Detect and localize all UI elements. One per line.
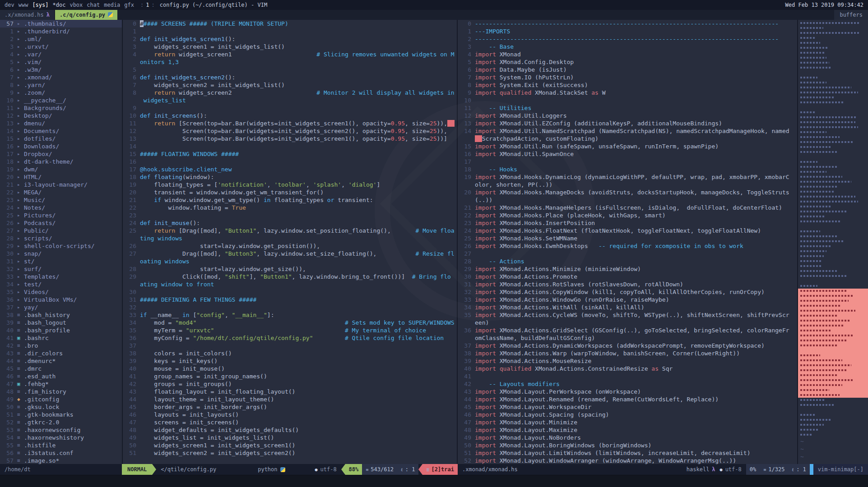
code-line[interactable]: widgets_list bbox=[123, 96, 457, 104]
code-line[interactable]: oating windows bbox=[123, 257, 457, 265]
minimap-row[interactable] bbox=[798, 353, 868, 358]
minimap-row[interactable] bbox=[798, 249, 868, 254]
minimap-row[interactable] bbox=[798, 100, 868, 105]
minimap-row[interactable] bbox=[798, 46, 868, 51]
minimap-row[interactable] bbox=[798, 36, 868, 41]
code-line[interactable]: 43import XMonad.Layout.PerWorkspace (onW… bbox=[458, 388, 797, 395]
code-line[interactable]: 12 Screen(top=bar.Bar(widgets=init_widge… bbox=[123, 127, 457, 135]
minimap-row[interactable] bbox=[798, 170, 868, 175]
minimap-row[interactable] bbox=[798, 403, 868, 408]
tree-entry[interactable]: 15▸dotfiles/ bbox=[0, 135, 122, 142]
minimap-row[interactable] bbox=[798, 110, 868, 115]
tree-entry[interactable]: 14▸Documents/ bbox=[0, 127, 122, 135]
code-line[interactable]: 48import XMonad.Layout.Maximize bbox=[458, 426, 797, 434]
code-line[interactable]: 3 widgets_screen1 = init_widgets_list() bbox=[123, 43, 457, 51]
code-line[interactable]: 49 widgets_list = init_widgets_list() bbox=[123, 434, 457, 441]
minimap-row[interactable] bbox=[798, 120, 868, 125]
tree-entry[interactable]: 34▸test/ bbox=[0, 280, 122, 288]
minimap-row[interactable] bbox=[798, 393, 868, 398]
code-line[interactable]: 45 border_args = init_border_args() bbox=[123, 403, 457, 411]
code-line[interactable]: 20import XMonad.Hooks.ManageDocks (avoid… bbox=[458, 188, 797, 196]
command-line[interactable] bbox=[0, 475, 868, 487]
tree-entry[interactable]: 35▸Videos/ bbox=[0, 288, 122, 296]
minimap-row[interactable] bbox=[798, 363, 868, 368]
minimap-row[interactable] bbox=[798, 418, 868, 423]
minimap-row[interactable] bbox=[798, 165, 868, 170]
code-line[interactable]: 44import XMonad.Layout.Renamed (renamed,… bbox=[458, 395, 797, 403]
minimap-row[interactable] bbox=[798, 259, 868, 264]
minimap-row[interactable] bbox=[798, 264, 868, 269]
minimap-row[interactable] bbox=[798, 184, 868, 189]
minimap-row[interactable] bbox=[798, 21, 868, 26]
tree-entry[interactable]: 26▸Podcasts/ bbox=[0, 219, 122, 227]
tree-entry[interactable]: 6▸.w3m/ bbox=[0, 66, 122, 74]
tree-entry[interactable]: 9▸.zoom/ bbox=[0, 89, 122, 96]
code-line[interactable]: ScratchpadAction, customFloating) bbox=[458, 135, 797, 142]
minimap-row[interactable] bbox=[798, 234, 868, 239]
tree-entry[interactable]: 10▸__pycache__/ bbox=[0, 96, 122, 104]
tree-entry[interactable]: 46≡.esd_auth bbox=[0, 372, 122, 380]
tree-entry[interactable]: 57≡.image.so* bbox=[0, 457, 122, 464]
minimap-row[interactable] bbox=[798, 70, 868, 75]
minimap-row[interactable] bbox=[798, 269, 868, 274]
minimap-row[interactable] bbox=[798, 60, 868, 65]
tree-entry[interactable]: 51≡.gtk-bookmarks bbox=[0, 411, 122, 418]
tree-entry[interactable]: 12▸Desktop/ bbox=[0, 112, 122, 119]
code-line[interactable]: 4import XMonad bbox=[458, 51, 797, 58]
minimap-row[interactable] bbox=[798, 373, 868, 378]
minimap-row[interactable] bbox=[798, 358, 868, 363]
tree-entry[interactable]: 13▸dmenu/ bbox=[0, 119, 122, 127]
code-line[interactable]: 22import XMonad.Hooks.Place (placeHook, … bbox=[458, 211, 797, 219]
code-line[interactable]: 25import XMonad.Hooks.SetWMName bbox=[458, 234, 797, 242]
code-line[interactable]: 41 group_names = init_group_names() bbox=[123, 372, 457, 380]
minimap-row[interactable] bbox=[798, 199, 868, 204]
code-line[interactable]: 43 floating_layout = init_floating_layou… bbox=[123, 388, 457, 395]
code-line[interactable]: 45import XMonad.Layout.WorkspaceDir bbox=[458, 403, 797, 411]
code-line[interactable]: 34 mod = "mod4" # Sets mod key to SUPER/… bbox=[123, 319, 457, 326]
tree-entry[interactable]: 4▸.var/ bbox=[0, 51, 122, 58]
minimap-row[interactable] bbox=[798, 239, 868, 244]
tab--c-q-config-py[interactable]: .c/q/config.py bbox=[55, 10, 117, 20]
minimap-row[interactable] bbox=[798, 80, 868, 85]
code-line[interactable]: 50 widgets_screen1 = init_widgets_screen… bbox=[123, 441, 457, 449]
code-line[interactable]: 41 bbox=[458, 372, 797, 380]
code-line[interactable]: 2def init_widgets_screen1(): bbox=[123, 35, 457, 43]
tree-entry[interactable]: 27▸Public/ bbox=[0, 227, 122, 234]
minimap-row[interactable] bbox=[798, 125, 868, 130]
tree-entry[interactable]: 29▸shell-color-scripts/ bbox=[0, 242, 122, 250]
code-line[interactable]: 8 return widgets_screen2 # Monitor 2 wil… bbox=[123, 89, 457, 96]
minimap-row[interactable] bbox=[798, 427, 868, 432]
code-line[interactable]: 33import XMonad.Actions.WindowGo (runOrR… bbox=[458, 296, 797, 303]
code-line[interactable]: 38 colors = init_colors() bbox=[123, 349, 457, 357]
code-line[interactable]: 29import XMonad.Actions.Minimize (minimi… bbox=[458, 265, 797, 273]
code-line[interactable]: 38import XMonad.Actions.Warp (warpToWind… bbox=[458, 349, 797, 357]
tree-entry[interactable]: 32▸surf/ bbox=[0, 265, 122, 273]
minimap-row[interactable] bbox=[798, 130, 868, 135]
code-line[interactable]: 22 window.floating = True bbox=[123, 204, 457, 211]
code-line[interactable]: 6def init_widgets_screen2(): bbox=[123, 74, 457, 81]
code-line[interactable]: onitors 1,3 bbox=[123, 58, 457, 66]
nerdtree-pane[interactable]: 57▸.thumbnails/1▸.thunderbird/2▸.uml/3▸.… bbox=[0, 20, 122, 464]
code-line[interactable]: 51 widgets_screen2 = init_widgets_screen… bbox=[123, 449, 457, 457]
tree-entry[interactable]: 52≡.gtkrc-2.0 bbox=[0, 418, 122, 426]
minimap-row[interactable] bbox=[798, 90, 868, 95]
code-line[interactable]: 0##### SCREENS ##### (TRIPLE MONITOR SET… bbox=[123, 20, 457, 28]
code-line[interactable]: 23 bbox=[123, 211, 457, 219]
workspace-chat[interactable]: chat bbox=[87, 2, 100, 8]
code-line[interactable]: 1 bbox=[123, 28, 457, 35]
tree-entry[interactable]: 38≡.bash_history bbox=[0, 311, 122, 319]
code-line[interactable]: 27 bbox=[458, 250, 797, 257]
code-line[interactable]: 47import XMonad.Layout.Minimize bbox=[458, 418, 797, 426]
code-line[interactable]: 7import System.IO (hPutStrLn) bbox=[458, 74, 797, 81]
code-line[interactable]: 16 bbox=[123, 158, 457, 165]
tree-entry[interactable]: 44≡.dmenurc* bbox=[0, 357, 122, 365]
code-line[interactable]: ting windows bbox=[123, 234, 457, 242]
tree-entry[interactable]: 50≡.gksu.lock bbox=[0, 403, 122, 411]
code-line[interactable]: 10 bbox=[458, 96, 797, 104]
code-line[interactable]: 39 keys = init_keys() bbox=[123, 357, 457, 365]
code-line[interactable]: 18 -- Hooks bbox=[458, 165, 797, 173]
code-line[interactable]: 40import qualified XMonad.Actions.Constr… bbox=[458, 365, 797, 372]
code-line[interactable]: 46 layouts = init_layouts() bbox=[123, 411, 457, 418]
minimap-row[interactable] bbox=[798, 209, 868, 214]
code-line[interactable]: 44 layout_theme = init_layout_theme() bbox=[123, 395, 457, 403]
